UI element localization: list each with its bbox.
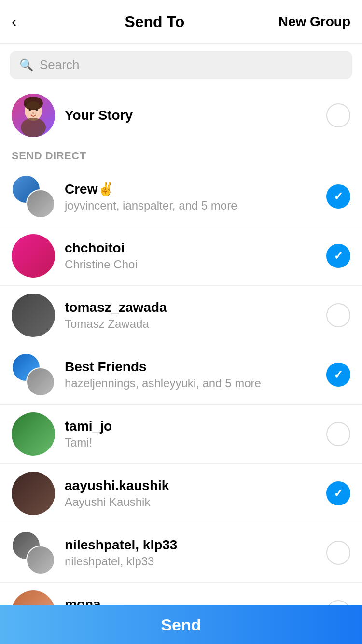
contact-left-tami_jo: tami_joTami! — [12, 412, 112, 456]
contact-row-aayushi_kaushik[interactable]: aayushi.kaushikAayushi Kaushik✓ — [0, 464, 362, 523]
page-title: Send To — [125, 13, 184, 31]
contact-sub-nileshpatel: nileshpatel, klp33 — [65, 555, 177, 568]
send-button[interactable]: Send — [0, 605, 362, 644]
select-aayushi_kaushik[interactable]: ✓ — [326, 481, 350, 505]
contact-text-crew: Crew✌️joyvincent, ianspalter, and 5 more — [65, 181, 237, 212]
contact-sub-best_friends: hazeljennings, ashleyyuki, and 5 more — [65, 377, 261, 390]
contact-text-chchoitoi: chchoitoiChristine Choi — [65, 240, 138, 271]
select-tomasz_zawada[interactable] — [326, 303, 350, 327]
check-icon: ✓ — [334, 368, 343, 381]
contact-left-crew: Crew✌️joyvincent, ianspalter, and 5 more — [12, 175, 237, 218]
avatar-chchoitoi — [12, 234, 55, 278]
select-chchoitoi[interactable]: ✓ — [326, 244, 350, 268]
avatar-crew — [12, 175, 55, 218]
svg-point-5 — [32, 112, 34, 114]
contact-name-chchoitoi: chchoitoi — [65, 240, 138, 256]
contact-row-nileshpatel[interactable]: nileshpatel, klp33nileshpatel, klp33 — [0, 523, 362, 583]
send-button-label: Send — [161, 616, 201, 634]
new-group-button[interactable]: New Group — [278, 14, 350, 29]
contact-name-tami_jo: tami_jo — [65, 419, 112, 434]
svg-point-6 — [24, 97, 43, 110]
contact-text-nileshpatel: nileshpatel, klp33nileshpatel, klp33 — [65, 537, 177, 568]
contact-row-tomasz_zawada[interactable]: tomasz_zawadaTomasz Zawada — [0, 286, 362, 345]
send-direct-label: SEND DIRECT — [0, 145, 362, 167]
contact-left-nileshpatel: nileshpatel, klp33nileshpatel, klp33 — [12, 531, 177, 574]
your-story-select[interactable] — [326, 103, 350, 127]
avatar-part-2 — [26, 367, 55, 396]
contact-list: Crew✌️joyvincent, ianspalter, and 5 more… — [0, 167, 362, 642]
back-button[interactable]: ‹ — [12, 14, 31, 30]
select-crew[interactable]: ✓ — [326, 184, 350, 209]
contact-name-tomasz_zawada: tomasz_zawada — [65, 300, 167, 315]
contact-left-tomasz_zawada: tomasz_zawadaTomasz Zawada — [12, 294, 167, 337]
story-left: Your Story — [12, 94, 133, 137]
your-story-label: Your Story — [65, 108, 133, 123]
check-icon: ✓ — [334, 249, 343, 263]
header: ‹ Send To New Group — [0, 0, 362, 44]
avatar-part-2 — [26, 546, 55, 574]
contact-row-chchoitoi[interactable]: chchoitoiChristine Choi✓ — [0, 226, 362, 286]
search-container: 🔍 Search — [0, 44, 362, 86]
contact-row-tami_jo[interactable]: tami_joTami! — [0, 405, 362, 464]
search-bar[interactable]: 🔍 Search — [10, 51, 352, 79]
contact-sub-chchoitoi: Christine Choi — [65, 258, 138, 271]
search-icon: 🔍 — [19, 58, 34, 72]
avatar-aayushi_kaushik — [12, 472, 55, 515]
avatar-tami_jo — [12, 412, 55, 456]
contact-name-nileshpatel: nileshpatel, klp33 — [65, 537, 177, 553]
your-story-row[interactable]: Your Story — [0, 86, 362, 145]
avatar-part-2 — [26, 189, 55, 218]
svg-point-2 — [21, 118, 46, 137]
avatar-tomasz_zawada — [12, 294, 55, 337]
contact-name-crew: Crew✌️ — [65, 181, 237, 197]
select-tami_jo[interactable] — [326, 422, 350, 446]
your-story-avatar — [12, 94, 55, 137]
contact-row-best_friends[interactable]: Best Friendshazeljennings, ashleyyuki, a… — [0, 345, 362, 405]
check-icon: ✓ — [334, 190, 343, 203]
contact-name-best_friends: Best Friends — [65, 359, 261, 375]
story-avatar-svg — [12, 94, 55, 137]
contact-text-aayushi_kaushik: aayushi.kaushikAayushi Kaushik — [65, 478, 169, 509]
contact-sub-crew: joyvincent, ianspalter, and 5 more — [65, 199, 237, 212]
contact-text-best_friends: Best Friendshazeljennings, ashleyyuki, a… — [65, 359, 261, 390]
avatar-best_friends — [12, 353, 55, 396]
contact-left-best_friends: Best Friendshazeljennings, ashleyyuki, a… — [12, 353, 261, 396]
check-icon: ✓ — [334, 487, 343, 500]
contact-text-tami_jo: tami_joTami! — [65, 419, 112, 449]
contact-sub-tami_jo: Tami! — [65, 436, 112, 449]
contact-left-aayushi_kaushik: aayushi.kaushikAayushi Kaushik — [12, 472, 169, 515]
contact-sub-aayushi_kaushik: Aayushi Kaushik — [65, 495, 169, 509]
select-best_friends[interactable]: ✓ — [326, 363, 350, 387]
avatar-nileshpatel — [12, 531, 55, 574]
contact-name-aayushi_kaushik: aayushi.kaushik — [65, 478, 169, 493]
contact-text-tomasz_zawada: tomasz_zawadaTomasz Zawada — [65, 300, 167, 331]
contact-row-crew[interactable]: Crew✌️joyvincent, ianspalter, and 5 more… — [0, 167, 362, 226]
contact-left-chchoitoi: chchoitoiChristine Choi — [12, 234, 138, 278]
select-nileshpatel[interactable] — [326, 541, 350, 565]
search-input[interactable]: Search — [40, 57, 79, 72]
contact-sub-tomasz_zawada: Tomasz Zawada — [65, 317, 167, 331]
